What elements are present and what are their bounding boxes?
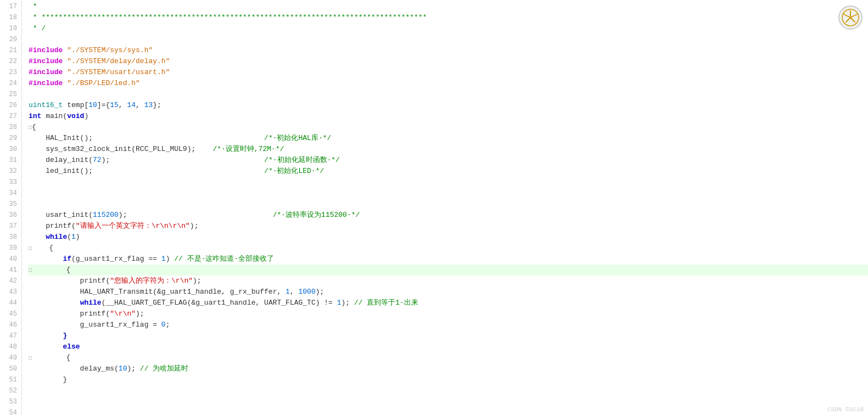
line-number: 49 [4, 352, 17, 363]
code-line: int main(void) [29, 111, 868, 122]
token-plain: , [136, 101, 144, 109]
code-line: while(__HAL_UART_GET_FLAG(&g_uart1_handl… [29, 298, 868, 309]
line-number: 37 [4, 221, 17, 232]
line-number: 21 [4, 45, 17, 56]
token-plain [93, 167, 264, 175]
token-num: 72 [93, 156, 102, 164]
code-line: if(g_usart1_rx_flag == 1) // 不是·这咋知道·全部接… [29, 254, 868, 265]
line-number: 34 [4, 188, 17, 199]
token-plain: led_init(); [29, 167, 93, 175]
token-inc-path: "./SYSTEM/usart/usart.h" [67, 68, 170, 76]
line-number: 43 [4, 287, 17, 298]
code-line: sys_stm32_clock_init(RCC_PLL_MUL9); /*·设… [29, 144, 868, 155]
token-plain [29, 397, 63, 406]
token-plain: } [29, 375, 67, 384]
line-number: 47 [4, 330, 17, 341]
token-kw2: #include [29, 68, 63, 76]
token-num: 1000 [299, 288, 316, 296]
token-plain: main( [41, 112, 67, 120]
watermark: CSDN ©1CiB [827, 406, 864, 413]
token-plain: printf( [29, 310, 110, 318]
line-number: 18 [4, 12, 17, 23]
line-number: 35 [4, 199, 17, 210]
line-number: 52 [4, 385, 17, 396]
token-plain: sys_stm32_clock_init(RCC_PLL_MUL9); [29, 145, 195, 153]
line-number: 50 [4, 363, 17, 374]
token-num: 1 [285, 288, 290, 296]
token-plain: HAL_UART_Transmit(&g_uart1_handle, g_rx_… [29, 288, 285, 296]
line-number: 25 [4, 89, 17, 100]
token-type: uint16_t [29, 101, 63, 109]
token-plain: { [32, 123, 36, 131]
token-inc-path: "./SYSTEM/delay/delay.h" [67, 57, 170, 65]
line-number: 20 [4, 34, 17, 45]
code-line [29, 396, 868, 407]
line-number: 31 [4, 155, 17, 166]
code-line: #include "./SYSTEM/usart/usart.h" [29, 67, 868, 78]
token-cmt-cn: /*·初始化延时函数·*/ [264, 156, 340, 164]
token-plain: ); [193, 277, 201, 285]
code-line: while(1) [29, 232, 868, 243]
token-num: 115200 [93, 211, 119, 219]
token-cmt-cn: /*·设置时钟,72M·*/ [212, 145, 284, 153]
code-line: HAL_Init(); /*·初始化HAL库·*/ [29, 133, 868, 144]
token-plain [29, 178, 46, 186]
token-plain: ) [166, 255, 175, 263]
token-str: "\r\n" [110, 310, 136, 318]
token-num: 10 [119, 364, 127, 373]
token-plain: HAL_Init(); [29, 134, 93, 142]
token-plain: temp[ [63, 101, 88, 109]
token-plain: delay_init( [29, 156, 93, 164]
token-cmt: * [29, 2, 41, 10]
code-line: □ { [29, 352, 868, 363]
code-line [29, 385, 868, 396]
token-plain [29, 408, 46, 415]
token-kw2: #include [29, 57, 63, 65]
token-plain: ); [341, 299, 354, 307]
code-line: #include "./SYSTEM/delay/delay.h" [29, 56, 868, 67]
line-number: 39 [4, 243, 17, 254]
line-number: 54 [4, 407, 17, 415]
token-plain: ); [119, 211, 127, 219]
line-number: 32 [4, 166, 17, 177]
token-kw2: #include [29, 79, 63, 87]
token-cmt-cn: /*·波特率设为115200·*/ [273, 211, 360, 219]
token-plain: { [32, 354, 70, 362]
code-line: printf("您输入的字符为：\r\n"); [29, 276, 868, 287]
code-line: * [29, 1, 868, 12]
token-inc-path: "./SYSTEM/sys/sys.h" [67, 46, 153, 54]
line-number: 29 [4, 133, 17, 144]
code-line: delay_init(72); /*·初始化延时函数·*/ [29, 155, 868, 166]
token-kw: else [63, 343, 80, 351]
token-plain [29, 189, 46, 197]
token-num: 15 [110, 101, 119, 109]
code-line: usart_init(115200); /*·波特率设为115200·*/ [29, 210, 868, 221]
line-number: 51 [4, 374, 17, 385]
token-plain [29, 200, 46, 208]
token-kw: while [46, 233, 67, 241]
line-number: 24 [4, 78, 17, 89]
token-kw: int [29, 112, 41, 120]
line-number: 46 [4, 319, 17, 330]
token-plain [29, 343, 63, 351]
token-cmt-cn: /*·初始化HAL库·*/ [264, 134, 331, 142]
code-line: * / [29, 23, 868, 34]
token-plain: ); [316, 288, 324, 296]
token-plain: , [290, 288, 299, 296]
code-area: * * ************************************… [22, 0, 868, 415]
line-number: 48 [4, 341, 17, 352]
token-plain: (__HAL_UART_GET_FLAG(&g_uart1_handle, UA… [102, 299, 337, 307]
code-line [29, 407, 868, 415]
token-plain [29, 299, 80, 307]
code-line [29, 177, 868, 188]
token-cmt: * / [29, 24, 46, 32]
token-kw: if [63, 255, 71, 263]
code-line: g_usart1_rx_flag = 0; [29, 319, 868, 330]
token-num: 10 [88, 101, 97, 109]
code-line: led_init(); /*·初始化LED·*/ [29, 166, 868, 177]
token-plain [29, 255, 63, 263]
token-plain: ); [136, 310, 144, 318]
token-plain [127, 211, 272, 219]
token-num: 1 [71, 233, 76, 241]
code-line: uint16_t temp[10]={15, 14, 13}; [29, 100, 868, 111]
